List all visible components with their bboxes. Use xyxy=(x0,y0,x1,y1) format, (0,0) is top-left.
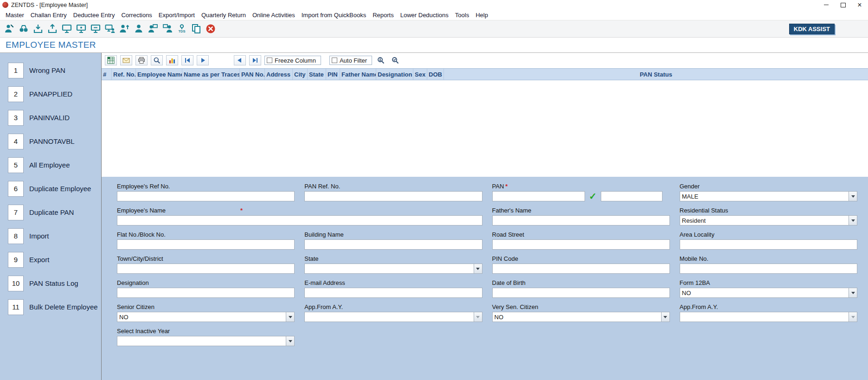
ereturn-monitor-icon[interactable] xyxy=(59,22,74,35)
column-header-index[interactable]: # xyxy=(102,69,112,80)
freeze-column-checkbox[interactable]: Freeze Column xyxy=(264,56,321,65)
employee-upload-icon[interactable] xyxy=(117,22,131,35)
pan-status-input[interactable] xyxy=(601,191,662,201)
designation-input[interactable] xyxy=(117,288,295,298)
chevron-down-icon[interactable] xyxy=(286,336,294,346)
zoom-button[interactable] xyxy=(151,55,163,65)
export-icon[interactable] xyxy=(45,22,59,35)
column-header-state[interactable]: State xyxy=(308,69,326,80)
select-inactive-year-select[interactable] xyxy=(117,336,295,346)
sidebar-item-panapplied[interactable]: 2PANAPPLIED xyxy=(0,82,101,106)
menu-item-help[interactable]: Help xyxy=(472,12,491,19)
menu-item-reports[interactable]: Reports xyxy=(369,12,397,19)
dob-input[interactable] xyxy=(492,288,670,298)
area-locality-input[interactable] xyxy=(680,239,857,250)
edit-employee-icon[interactable] xyxy=(2,22,16,35)
state-select[interactable] xyxy=(304,264,482,274)
flat-no-input[interactable] xyxy=(117,239,295,250)
employee-name-input[interactable] xyxy=(117,215,482,225)
chevron-down-icon[interactable] xyxy=(849,192,857,201)
column-header-address[interactable]: Address xyxy=(265,69,293,80)
prev-record-button[interactable] xyxy=(234,55,246,65)
sidebar-item-wrong-pan[interactable]: 1Wrong PAN xyxy=(0,58,101,82)
residential-status-select[interactable]: Resident xyxy=(680,215,857,225)
chevron-down-icon[interactable] xyxy=(661,312,669,322)
tds-rates-icon[interactable]: TDS xyxy=(174,22,189,35)
verify-pan-icon[interactable] xyxy=(390,55,401,65)
pan-input[interactable] xyxy=(492,191,585,201)
ereturn-monitor-line-icon[interactable] xyxy=(88,22,103,35)
gender-select[interactable]: MALE xyxy=(680,191,857,201)
search-pan-icon[interactable] xyxy=(375,55,386,65)
email-input[interactable] xyxy=(304,288,482,298)
sidebar-item-pan-status-log[interactable]: 10PAN Status Log xyxy=(0,271,101,295)
column-header-employee-name[interactable]: Employee Name xyxy=(136,69,182,80)
menu-item-master[interactable]: Master xyxy=(2,12,27,19)
menu-item-quarterly-return[interactable]: Quarterly Return xyxy=(198,12,249,19)
print-button[interactable] xyxy=(135,55,148,65)
maximize-button[interactable] xyxy=(835,0,851,10)
pin-code-input[interactable] xyxy=(492,264,670,274)
menu-item-lower-deductions[interactable]: Lower Deductions xyxy=(397,12,452,19)
sidebar-item-duplicate-pan[interactable]: 7Duplicate PAN xyxy=(0,200,101,224)
menu-item-tools[interactable]: Tools xyxy=(452,12,472,19)
sidebar-item-paninvalid[interactable]: 3PANINVALID xyxy=(0,106,101,129)
sort-chart-button[interactable] xyxy=(166,55,178,65)
last-record-button[interactable] xyxy=(249,55,261,65)
notes-icon[interactable] xyxy=(189,22,203,35)
chevron-down-icon[interactable] xyxy=(849,288,857,297)
grid-body[interactable] xyxy=(102,80,868,177)
chevron-down-icon[interactable] xyxy=(474,264,482,273)
column-header-pin[interactable]: PIN xyxy=(326,69,340,80)
sidebar-item-pannotavbl[interactable]: 4PANNOTAVBL xyxy=(0,129,101,153)
senior-citizen-select[interactable]: NO xyxy=(117,312,295,322)
column-header-city[interactable]: City xyxy=(293,69,308,80)
sidebar-item-duplicate-employee[interactable]: 6Duplicate Employee xyxy=(0,177,101,200)
employee-icon[interactable] xyxy=(131,22,146,35)
ereturn-monitor-coin-icon[interactable] xyxy=(74,22,88,35)
import-icon[interactable] xyxy=(31,22,45,35)
road-street-input[interactable] xyxy=(492,239,670,250)
next-record-button[interactable] xyxy=(197,55,209,65)
sidebar-item-import[interactable]: 8Import xyxy=(0,224,101,248)
export-mail-button[interactable] xyxy=(120,55,132,65)
export-excel-button[interactable] xyxy=(105,55,117,65)
sidebar-item-all-employee[interactable]: 5All Employee xyxy=(0,153,101,177)
exit-icon[interactable] xyxy=(203,22,218,35)
form-12ba-select[interactable]: NO xyxy=(680,288,857,298)
column-header-designation[interactable]: Designation xyxy=(376,69,413,80)
kdk-assist-button[interactable]: KDK ASSIST xyxy=(789,24,835,34)
mobile-no-input[interactable] xyxy=(680,264,857,274)
column-header-sex[interactable]: Sex xyxy=(413,69,427,80)
column-header-ref-no[interactable]: Ref. No. xyxy=(112,69,136,80)
column-header-pan-status[interactable]: PAN Status xyxy=(444,69,868,80)
first-record-button[interactable] xyxy=(181,55,193,65)
employee-computer-icon-2[interactable] xyxy=(160,22,174,35)
minimize-button[interactable] xyxy=(818,0,835,10)
menu-item-deductee-entry[interactable]: Deductee Entry xyxy=(70,12,118,19)
auto-filter-checkbox[interactable]: Auto Filter xyxy=(329,56,372,65)
building-name-input[interactable] xyxy=(304,239,482,250)
menu-item-challan-entry[interactable]: Challan Entry xyxy=(27,12,70,19)
very-sen-citizen-select[interactable]: NO xyxy=(492,312,670,322)
column-header-name-as-per-traces[interactable]: Name as per Traces xyxy=(182,69,240,80)
sidebar-item-export[interactable]: 9Export xyxy=(0,248,101,271)
employee-computer-icon[interactable] xyxy=(146,22,160,35)
column-header-dob[interactable]: DOB xyxy=(427,69,444,80)
menu-item-export-import[interactable]: Export/Import xyxy=(155,12,198,19)
pan-ref-no-input[interactable] xyxy=(304,191,482,201)
column-header-father-name[interactable]: Father Name xyxy=(340,69,376,80)
chevron-down-icon[interactable] xyxy=(849,216,857,225)
father-name-input[interactable] xyxy=(492,215,670,225)
menu-item-corrections[interactable]: Corrections xyxy=(118,12,155,19)
sidebar-item-bulk-delete-employee[interactable]: 11Bulk Delete Employee xyxy=(0,295,101,319)
menu-item-online-activities[interactable]: Online Activities xyxy=(249,12,298,19)
chevron-down-icon[interactable] xyxy=(286,312,294,322)
close-button[interactable] xyxy=(851,0,868,10)
search-icon[interactable] xyxy=(16,22,31,35)
column-header-pan-no[interactable]: PAN No. xyxy=(240,69,265,80)
employee-ref-no-input[interactable] xyxy=(117,191,295,201)
monitor-user-icon[interactable] xyxy=(103,22,117,35)
menu-item-import-from-quickbooks[interactable]: Import from QuickBooks xyxy=(298,12,369,19)
town-input[interactable] xyxy=(117,264,295,274)
